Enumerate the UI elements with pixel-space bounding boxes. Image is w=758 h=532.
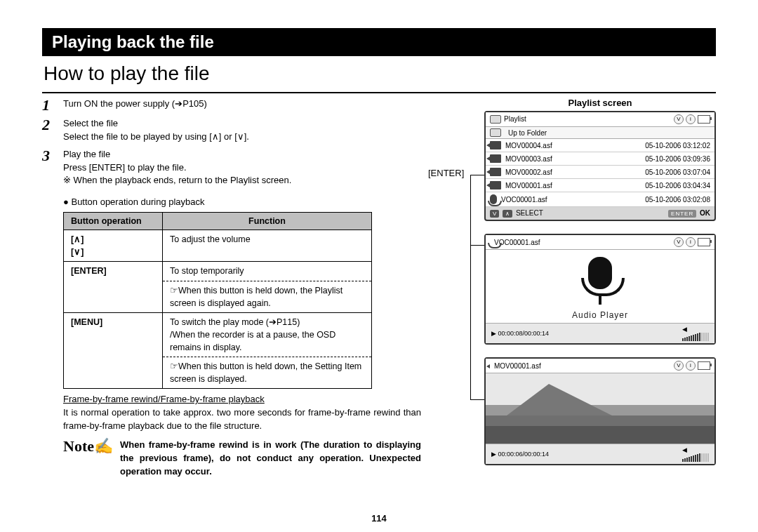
playlist-row: MOV00001.asf05-10-2006 03:04:34 (486, 179, 714, 192)
video-file-icon (490, 168, 501, 176)
video-file-icon (490, 154, 501, 163)
section-title: Playing back the file (52, 32, 214, 51)
dashed-divider (163, 281, 371, 281)
step-body: Turn ON the power supply (➔P105) (63, 98, 421, 113)
file-name: MOV00004.asf (505, 142, 552, 149)
step-3: 3 Play the file Press [ENTER] to play th… (42, 148, 421, 188)
enter-key-icon: ENTER (668, 210, 696, 218)
ok-hint: OK (700, 209, 710, 217)
v-badge-icon: V (674, 361, 684, 371)
op-func-sub: ☞When this button is held down, the Sett… (170, 360, 364, 385)
file-date: 05-10-2006 03:09:36 (645, 155, 710, 163)
note-text: When frame-by-frame rewind is in work (T… (120, 439, 421, 479)
step-2: 2 Select the file Select the file to be … (42, 117, 421, 144)
mountain-graphic (507, 384, 612, 415)
video-file-name: MOV00001.asf (494, 362, 541, 370)
speaker-icon: ◀ (682, 446, 709, 462)
enter-key-label: [ENTER] (428, 168, 464, 178)
file-date: 05-10-2006 03:04:34 (645, 182, 710, 189)
audio-time: 00:00:08/00:00:14 (498, 330, 550, 337)
step-desc: Select the file to be played by using [∧… (63, 131, 421, 144)
table-header-op: Button operation (64, 213, 163, 230)
note-icon: Note✍ (63, 439, 113, 479)
battery-icon (698, 115, 710, 124)
frame-body: It is normal operation to take approx. t… (63, 406, 421, 433)
volume-bars-icon (682, 453, 709, 462)
step-line: ※ When the playback ends, return to the … (63, 174, 421, 187)
video-player-screenshot: MOV00001.asf V i ▶ 00:00:06/00:00:14 ◀ (484, 357, 716, 465)
connector-line (470, 175, 471, 399)
video-file-icon (490, 141, 501, 149)
note-block: Note✍ When frame-by-frame rewind is in w… (63, 439, 421, 479)
step-number: 3 (42, 148, 56, 188)
right-column: [ENTER] Playlist screen Playlist V i (442, 98, 716, 479)
step-number: 2 (42, 117, 56, 144)
table-row: [ENTER] To stop temporarily ☞When this b… (64, 262, 372, 312)
file-name: MOV00001.asf (505, 182, 552, 189)
op-func-sub: ☞When this button is held down, the Play… (170, 284, 364, 310)
table-caption: ● Button operation during playback (63, 196, 421, 209)
page-number: 114 (0, 513, 758, 524)
file-name: VOC00001.asf (501, 196, 547, 204)
section-title-band: Playing back the file (42, 28, 716, 56)
select-hint: SELECT (516, 209, 543, 217)
step-title: Play the file (63, 148, 421, 161)
op-label: [ENTER] (64, 262, 163, 312)
op-label: [∧] [∨] (64, 230, 163, 262)
battery-icon (698, 361, 710, 370)
i-badge-icon: i (686, 114, 696, 124)
step-title: Select the file (63, 117, 421, 131)
playlist-screenshot: Playlist V i Up to Folder MOV00004.asf05… (484, 111, 716, 221)
frame-subhead: Frame-by-frame rewind/Frame-by-frame pla… (63, 393, 421, 406)
volume-bars-icon (682, 333, 709, 341)
file-date: 05-10-2006 03:07:04 (645, 168, 710, 176)
section-subhead: How to play the file (44, 60, 716, 85)
i-badge-icon: i (686, 237, 696, 247)
dashed-divider (163, 357, 371, 357)
audio-player-screenshot: VOC00001.asf V i Audio Player ▶ 00:00:08… (484, 234, 716, 345)
step-line: Press [ENTER] to play the file. (63, 161, 421, 175)
op-func: To switch the play mode (➔P115) /When th… (170, 316, 364, 354)
microphone-icon (588, 257, 612, 289)
video-time: 00:00:06/00:00:14 (498, 451, 550, 458)
v-badge-icon: V (674, 114, 684, 124)
op-label: [MENU] (64, 312, 163, 389)
playlist-screen-title: Playlist screen (484, 98, 716, 108)
table-header-func: Function (163, 213, 372, 230)
op-func: To stop temporarily (170, 265, 364, 277)
step-number: 1 (42, 98, 56, 113)
audio-player-label: Audio Player (486, 310, 714, 320)
playlist-row: MOV00003.asf05-10-2006 03:09:36 (486, 152, 714, 166)
folder-icon (490, 115, 501, 124)
divider (42, 92, 716, 93)
op-func: To adjust the volume (163, 230, 372, 262)
battery-icon (698, 238, 710, 246)
up-to-folder-label: Up to Folder (508, 129, 547, 137)
playlist-row: MOV00002.asf05-10-2006 03:07:04 (486, 166, 714, 179)
audio-file-icon (490, 194, 497, 204)
playlist-row: MOV00004.asf05-10-2006 03:12:02 (486, 139, 714, 152)
up-key-icon: ∧ (503, 210, 512, 218)
file-name: MOV00002.asf (505, 168, 552, 176)
file-date: 05-10-2006 03:12:02 (645, 142, 710, 149)
table-row: [∧] [∨] To adjust the volume (64, 230, 372, 262)
step-1: 1 Turn ON the power supply (➔P105) (42, 98, 421, 113)
down-key-icon: V (490, 210, 499, 218)
v-badge-icon: V (674, 237, 684, 247)
playlist-row: VOC00001.asf05-10-2006 03:02:08 (486, 192, 714, 207)
file-name: MOV00003.asf (505, 155, 552, 163)
left-column: 1 Turn ON the power supply (➔P105) 2 Sel… (42, 98, 421, 479)
folder-up-icon (490, 128, 501, 137)
file-date: 05-10-2006 03:02:08 (645, 196, 710, 204)
table-row: [MENU] To switch the play mode (➔P115) /… (64, 312, 372, 389)
i-badge-icon: i (686, 361, 696, 371)
video-file-icon (490, 181, 501, 189)
speaker-icon: ◀ (682, 326, 709, 341)
operations-table: Button operation Function [∧] [∨] To adj… (63, 212, 372, 389)
video-thumbnail (486, 373, 714, 444)
screen-header-label: Playlist (504, 115, 526, 123)
